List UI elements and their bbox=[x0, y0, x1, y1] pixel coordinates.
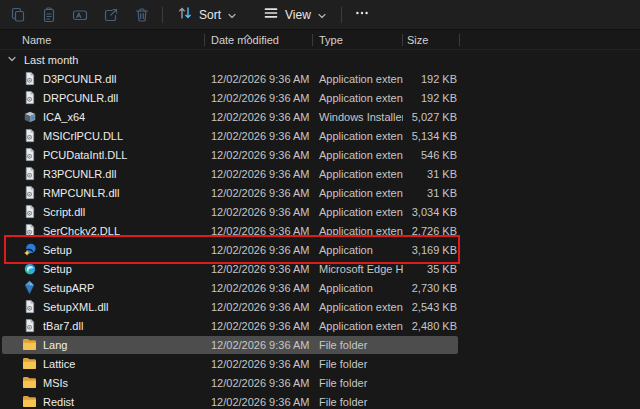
chevron-down-icon bbox=[227, 11, 237, 21]
file-date-modified: 12/02/2026 9:36 AM bbox=[205, 282, 313, 294]
file-size: 5,134 KB bbox=[403, 130, 460, 142]
file-size: 35 KB bbox=[403, 263, 460, 275]
table-row[interactable]: SetupXML.dll 12/02/2026 9:36 AM Applicat… bbox=[0, 297, 640, 316]
dll-file-icon bbox=[22, 71, 37, 86]
folder-icon bbox=[22, 356, 37, 371]
file-size: 2,480 KB bbox=[403, 320, 460, 332]
paste-button[interactable] bbox=[33, 3, 64, 27]
view-list-icon bbox=[263, 5, 279, 24]
file-date-modified: 12/02/2026 9:36 AM bbox=[205, 263, 313, 275]
dll-file-icon bbox=[22, 223, 37, 238]
file-explorer-window: Sort View Name Date modified Type Size bbox=[0, 0, 640, 409]
file-size: 31 KB bbox=[403, 168, 460, 180]
file-date-modified: 12/02/2026 9:36 AM bbox=[205, 358, 313, 370]
file-type: Application extension bbox=[313, 73, 403, 85]
setup-arp-gem-icon bbox=[22, 280, 37, 295]
chevron-down-icon bbox=[7, 54, 17, 66]
file-type: Microsoft Edge HTM... bbox=[313, 263, 403, 275]
file-size: 192 KB bbox=[403, 92, 460, 104]
share-button[interactable] bbox=[95, 3, 126, 27]
file-type: File folder bbox=[313, 377, 403, 389]
file-type: Windows Installer Pa... bbox=[313, 111, 403, 123]
file-name: SetupXML.dll bbox=[43, 301, 108, 313]
toolbar-divider bbox=[341, 7, 342, 23]
view-button[interactable]: View bbox=[254, 3, 336, 27]
file-date-modified: 12/02/2026 9:36 AM bbox=[205, 92, 313, 104]
file-size: 2,730 KB bbox=[403, 282, 460, 294]
sort-arrows-icon bbox=[177, 5, 193, 24]
dll-file-icon bbox=[22, 128, 37, 143]
chevron-down-icon bbox=[317, 11, 327, 21]
file-name: D3PCUNLR.dll bbox=[43, 73, 116, 85]
file-size: 546 KB bbox=[403, 149, 460, 161]
group-header-last-month[interactable]: Last month bbox=[0, 50, 640, 69]
file-date-modified: 12/02/2026 9:36 AM bbox=[205, 73, 313, 85]
file-type: Application extension bbox=[313, 168, 403, 180]
windows-installer-icon bbox=[22, 109, 37, 124]
table-row[interactable]: Script.dll 12/02/2026 9:36 AM Applicatio… bbox=[0, 202, 640, 221]
table-row[interactable]: ICA_x64 12/02/2026 9:36 AM Windows Insta… bbox=[0, 107, 640, 126]
table-row[interactable]: RMPCUNLR.dll 12/02/2026 9:36 AM Applicat… bbox=[0, 183, 640, 202]
file-name: SetupARP bbox=[43, 282, 94, 294]
file-type: Application bbox=[313, 282, 403, 294]
column-header-size[interactable]: Size bbox=[403, 30, 460, 50]
table-row[interactable]: Setup 12/02/2026 9:36 AM Microsoft Edge … bbox=[0, 259, 640, 278]
copy-icon bbox=[10, 7, 26, 23]
file-date-modified: 12/02/2026 9:36 AM bbox=[205, 206, 313, 218]
table-row[interactable]: Lang 12/02/2026 9:36 AM File folder bbox=[0, 335, 640, 354]
table-row[interactable]: MSIs 12/02/2026 9:36 AM File folder bbox=[0, 373, 640, 392]
file-name: RMPCUNLR.dll bbox=[43, 187, 119, 199]
file-name: MSICrlPCU.DLL bbox=[43, 130, 123, 142]
file-name: Setup bbox=[43, 244, 72, 256]
dll-file-icon bbox=[22, 185, 37, 200]
file-date-modified: 12/02/2026 9:36 AM bbox=[205, 320, 313, 332]
file-size: 3,169 KB bbox=[403, 244, 460, 256]
toolbar-divider bbox=[162, 7, 163, 23]
file-name: SerChckv2.DLL bbox=[43, 225, 120, 237]
column-header-type[interactable]: Type bbox=[313, 30, 403, 50]
delete-button[interactable] bbox=[126, 3, 157, 27]
group-header-label: Last month bbox=[24, 54, 78, 66]
file-type: Application extension bbox=[313, 92, 403, 104]
table-row[interactable]: tBar7.dll 12/02/2026 9:36 AM Application… bbox=[0, 316, 640, 335]
file-name: ICA_x64 bbox=[43, 111, 85, 123]
toolbar-icon-buttons bbox=[2, 3, 157, 27]
column-header-row: Name Date modified Type Size bbox=[0, 30, 640, 50]
table-row[interactable]: SerChckv2.DLL 12/02/2026 9:36 AM Applica… bbox=[0, 221, 640, 240]
file-size: 5,027 KB bbox=[403, 111, 460, 123]
explorer-toolbar: Sort View bbox=[0, 0, 640, 30]
rename-button[interactable] bbox=[64, 3, 95, 27]
file-date-modified: 12/02/2026 9:36 AM bbox=[205, 301, 313, 313]
column-header-date-modified[interactable]: Date modified bbox=[205, 30, 313, 50]
sort-ascending-indicator bbox=[243, 30, 252, 42]
copy-button[interactable] bbox=[2, 3, 33, 27]
file-name: Redist bbox=[43, 396, 74, 408]
view-button-label: View bbox=[285, 8, 311, 22]
delete-icon bbox=[134, 7, 150, 23]
file-size: 2,726 KB bbox=[403, 225, 460, 237]
table-row[interactable]: R3PCUNLR.dll 12/02/2026 9:36 AM Applicat… bbox=[0, 164, 640, 183]
table-row[interactable]: Redist 12/02/2026 9:36 AM File folder bbox=[0, 392, 640, 409]
table-row[interactable]: MSICrlPCU.DLL 12/02/2026 9:36 AM Applica… bbox=[0, 126, 640, 145]
column-header-filler bbox=[460, 30, 640, 50]
folder-icon bbox=[22, 337, 37, 352]
file-date-modified: 12/02/2026 9:36 AM bbox=[205, 396, 313, 408]
file-type: Application extension bbox=[313, 130, 403, 142]
sort-button[interactable]: Sort bbox=[168, 3, 246, 27]
table-row[interactable]: D3PCUNLR.dll 12/02/2026 9:36 AM Applicat… bbox=[0, 69, 640, 88]
file-name: Lattice bbox=[43, 358, 75, 370]
file-date-modified: 12/02/2026 9:36 AM bbox=[205, 168, 313, 180]
table-row[interactable]: PCUDataIntl.DLL 12/02/2026 9:36 AM Appli… bbox=[0, 145, 640, 164]
file-name: Script.dll bbox=[43, 206, 85, 218]
table-row[interactable]: SetupARP 12/02/2026 9:36 AM Application … bbox=[0, 278, 640, 297]
dll-file-icon bbox=[22, 299, 37, 314]
file-date-modified: 12/02/2026 9:36 AM bbox=[205, 149, 313, 161]
table-row[interactable]: Setup 12/02/2026 9:36 AM Application 3,1… bbox=[0, 240, 640, 259]
column-header-name[interactable]: Name bbox=[0, 30, 205, 50]
table-row[interactable]: Lattice 12/02/2026 9:36 AM File folder bbox=[0, 354, 640, 373]
file-name: Setup bbox=[43, 263, 72, 275]
file-list: Last month D3PCUNLR.dll 12/02/2026 9:36 … bbox=[0, 50, 640, 409]
table-row[interactable]: DRPCUNLR.dll 12/02/2026 9:36 AM Applicat… bbox=[0, 88, 640, 107]
file-type: Application extension bbox=[313, 187, 403, 199]
more-options-button[interactable] bbox=[347, 3, 378, 27]
